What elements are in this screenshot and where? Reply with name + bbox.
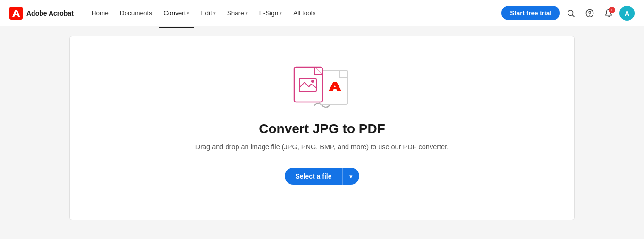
select-file-button[interactable]: Select a file (285, 168, 342, 185)
nav-links: Home Documents Convert ▾ Edit ▾ Share ▾ … (87, 7, 501, 19)
brand-name: Adobe Acrobat (26, 9, 74, 17)
converter-subtitle: Drag and drop an image file (JPG, PNG, B… (195, 143, 449, 151)
jpg-file-icon (293, 66, 327, 107)
svg-line-2 (572, 15, 574, 17)
search-icon (567, 9, 575, 17)
nav-edit[interactable]: Edit ▾ (196, 7, 220, 19)
nav-actions: Start free trial 1 A (501, 5, 635, 21)
converter-card: Convert JPG to PDF Drag and drop an imag… (69, 36, 575, 220)
navbar: Adobe Acrobat Home Documents Convert ▾ E… (0, 0, 644, 26)
edit-chevron-icon: ▾ (213, 11, 216, 16)
svg-rect-0 (9, 7, 23, 20)
help-button[interactable] (582, 5, 598, 21)
adobe-logo-icon (9, 7, 23, 20)
converter-title: Convert JPG to PDF (259, 121, 385, 137)
select-file-dropdown-button[interactable]: ▾ (343, 168, 359, 185)
avatar[interactable]: A (619, 6, 635, 21)
dropdown-chevron-icon: ▾ (349, 173, 353, 180)
nav-documents[interactable]: Documents (115, 7, 157, 19)
notifications-button[interactable]: 1 (601, 5, 617, 21)
search-button[interactable] (563, 5, 579, 21)
page-content: Convert JPG to PDF Drag and drop an imag… (0, 26, 644, 239)
nav-home[interactable]: Home (87, 7, 113, 19)
nav-share[interactable]: Share ▾ (222, 7, 253, 19)
share-chevron-icon: ▾ (246, 11, 248, 16)
svg-point-7 (311, 80, 314, 83)
notification-count: 1 (609, 7, 615, 13)
nav-all-tools[interactable]: All tools (288, 7, 320, 19)
select-file-button-group: Select a file ▾ (285, 168, 359, 185)
nav-esign[interactable]: E-Sign ▾ (254, 7, 287, 19)
help-icon (585, 9, 594, 17)
converter-icon-group (293, 65, 351, 108)
brand-logo[interactable]: Adobe Acrobat (9, 7, 74, 20)
nav-convert[interactable]: Convert ▾ (159, 7, 194, 19)
convert-chevron-icon: ▾ (187, 11, 189, 16)
esign-chevron-icon: ▾ (280, 11, 282, 16)
start-trial-button[interactable]: Start free trial (501, 6, 560, 20)
